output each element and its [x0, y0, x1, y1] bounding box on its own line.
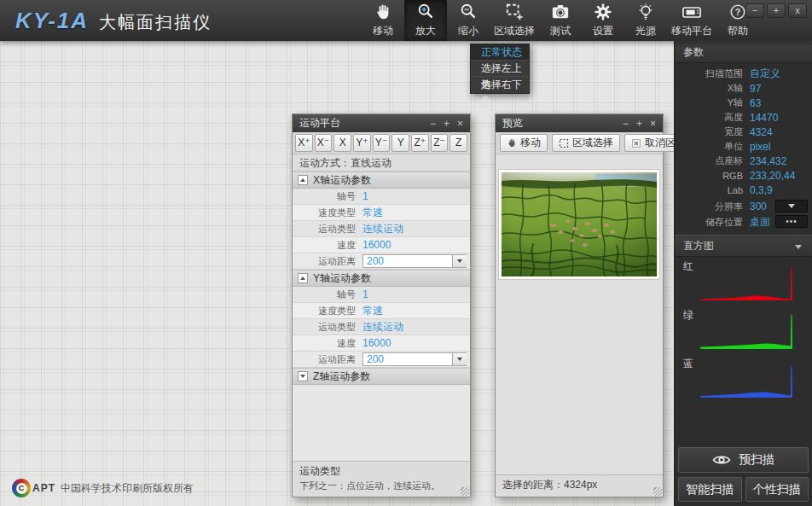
toolbar-zoom-out-button[interactable]: 缩小	[447, 0, 490, 41]
motion-param-value[interactable]: 1	[362, 190, 368, 202]
toolbar-light-button[interactable]: 光源	[624, 0, 667, 41]
storage-value[interactable]: 桌面	[750, 215, 770, 230]
toolbar-test-button[interactable]: 测试	[539, 0, 582, 41]
collapse-up-icon[interactable]	[298, 175, 308, 185]
minimize-button[interactable]: −	[745, 3, 764, 18]
maximize-button[interactable]: +	[444, 118, 450, 130]
axis-jog-button[interactable]: X⁻	[315, 134, 333, 152]
minimize-button[interactable]: −	[430, 118, 436, 130]
motion-param-label: 运动类型	[293, 223, 356, 236]
param-value[interactable]: 234,432	[750, 155, 786, 167]
preview-region-select-button[interactable]: 区域选择	[552, 134, 620, 152]
axis-jog-button[interactable]: Y⁺	[353, 134, 371, 152]
top-toolbar: KY-1A 大幅面扫描仪 移动 放大 缩小 区域选择 测试	[0, 0, 812, 41]
motion-param-value[interactable]: 16000	[362, 239, 391, 251]
storage-label: 储存位置	[675, 216, 743, 229]
axis-jog-button[interactable]: Z	[450, 134, 467, 152]
preview-move-button[interactable]: 移动	[500, 134, 548, 152]
param-value[interactable]: 自定义	[750, 67, 780, 81]
toolbar-region-select-button[interactable]: 区域选择	[490, 0, 539, 41]
menu-item-select-top-left[interactable]: 选择左上角	[471, 61, 529, 77]
motion-window-footer: 运动类型 下列之一：点位运动，连续运动。	[293, 461, 470, 497]
motion-param-value[interactable]: 连续运动	[362, 222, 403, 236]
preview-photo-frame[interactable]	[498, 169, 660, 280]
app-title: 大幅面扫描仪	[99, 11, 212, 34]
motion-param-value[interactable]: 连续运动	[362, 320, 403, 334]
histogram-red-chart	[700, 265, 792, 300]
resolution-row: 分辨率 300	[675, 199, 812, 214]
toolbar-item-label: 光源	[635, 24, 656, 38]
resolution-value[interactable]: 300	[750, 201, 767, 212]
x-distance-select[interactable]: 200	[362, 254, 467, 268]
maximize-button[interactable]: +	[767, 3, 786, 18]
motion-window-title: 运动平台	[299, 116, 340, 131]
close-icon[interactable]: ×	[650, 118, 656, 130]
footer-description: 下列之一：点位运动，连续运动。	[299, 480, 463, 492]
smart-scan-button[interactable]: 智能扫描	[678, 477, 742, 502]
close-icon[interactable]: ×	[457, 118, 463, 130]
x-axis-section-header[interactable]: X轴运动参数	[293, 172, 470, 189]
param-value[interactable]: pixel	[750, 141, 771, 153]
axis-jog-button[interactable]: X	[334, 134, 351, 152]
toolbar-item-label: 区域选择	[494, 24, 535, 38]
histogram-green-chart	[700, 313, 792, 349]
param-value[interactable]: 14470	[750, 112, 778, 124]
resize-grip[interactable]	[461, 487, 469, 496]
motion-window-titlebar[interactable]: 运动平台 − + ×	[293, 114, 470, 132]
chevron-down-icon[interactable]	[452, 353, 467, 365]
footer-title: 运动类型	[299, 464, 463, 479]
motion-param-value[interactable]: 常速	[362, 206, 383, 220]
param-value[interactable]: 63	[750, 97, 761, 109]
param-value[interactable]: 233,20,44	[750, 170, 795, 182]
axis-jog-buttons: X⁺X⁻XY⁺Y⁻YZ⁺Z⁻Z	[293, 132, 470, 154]
axis-jog-button[interactable]: Y	[392, 134, 409, 152]
collapse-up-icon[interactable]	[298, 273, 308, 283]
z-axis-section-header[interactable]: Z轴运动参数	[293, 368, 470, 385]
toolbar-settings-button[interactable]: 设置	[582, 0, 624, 41]
preview-window-title: 预览	[502, 116, 523, 131]
param-label: 扫描范围	[675, 67, 743, 80]
close-button[interactable]: x	[788, 3, 807, 18]
param-row: X轴 97	[675, 81, 812, 96]
storage-browse-button[interactable]: •••	[775, 215, 808, 228]
y-axis-section-header[interactable]: Y轴运动参数	[293, 270, 470, 287]
scanner-app-window: KY-1A 大幅面扫描仪 移动 放大 缩小 区域选择 测试	[0, 0, 812, 506]
toolbar-move-button[interactable]: 移动	[362, 0, 404, 41]
custom-scan-button[interactable]: 个性扫描	[745, 477, 809, 502]
y-axis-rows: 轴号 1 速度类型 常速 运动类型 连续运动 速度 16000	[293, 287, 470, 352]
maximize-button[interactable]: +	[636, 118, 642, 130]
ellipsis-icon: •••	[786, 218, 798, 225]
param-value[interactable]: 4324	[750, 126, 773, 138]
histogram-header[interactable]: 直方图	[675, 235, 812, 257]
axis-jog-button[interactable]: X⁺	[295, 134, 313, 152]
preview-move-label: 移动	[520, 136, 541, 150]
motion-param-value[interactable]: 16000	[362, 337, 391, 349]
prescan-button[interactable]: 预扫描	[678, 447, 809, 473]
toolbar-item-label: 移动平台	[671, 24, 712, 38]
motion-param-value[interactable]: 常速	[362, 304, 383, 318]
collapse-down-icon[interactable]	[298, 371, 308, 381]
param-row: 扫描范围 自定义	[675, 67, 812, 81]
hand-icon	[372, 3, 394, 21]
minimize-button[interactable]: −	[623, 118, 629, 130]
axis-jog-button[interactable]: Z⁻	[431, 134, 449, 152]
menu-item-select-bottom-right[interactable]: 选择右下角	[471, 77, 529, 93]
toolbar-zoom-in-button[interactable]: 放大	[404, 0, 447, 41]
prescan-label: 预扫描	[739, 452, 774, 468]
preview-window-titlebar[interactable]: 预览 − + ×	[496, 114, 663, 132]
chevron-down-icon[interactable]	[452, 255, 467, 267]
histogram-blue: 蓝	[675, 354, 812, 403]
param-value[interactable]: 0,3,9	[750, 184, 773, 196]
axis-jog-button[interactable]: Z⁺	[411, 134, 429, 152]
resolution-dropdown-button[interactable]	[775, 200, 808, 212]
storage-row: 储存位置 桌面 •••	[675, 214, 812, 230]
axis-jog-button[interactable]: Y⁻	[373, 134, 391, 152]
brand-logo: KY-1A	[15, 8, 89, 34]
y-distance-select[interactable]: 200	[362, 352, 467, 366]
motion-param-row: 运动类型 连续运动	[293, 221, 470, 237]
resize-grip[interactable]	[653, 487, 662, 496]
param-value[interactable]: 97	[750, 83, 761, 95]
toolbar-motion-platform-button[interactable]: 移动平台	[667, 0, 716, 41]
motion-param-value[interactable]: 1	[362, 288, 368, 300]
menu-item-normal-state[interactable]: 正常状态	[471, 44, 529, 61]
